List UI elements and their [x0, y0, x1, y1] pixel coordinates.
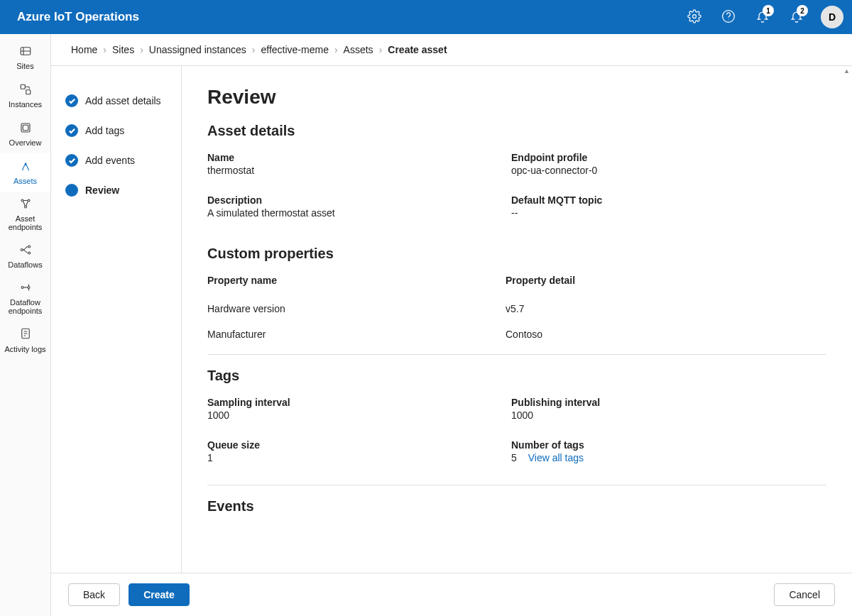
asset-endpoints-icon: [19, 197, 32, 211]
nav-sites[interactable]: Sites: [0, 38, 50, 77]
cell-name: Hardware version: [207, 303, 506, 314]
field-label: Publishing interval: [511, 397, 826, 408]
field-label: Number of tags: [511, 439, 826, 451]
field-label: Sampling interval: [207, 397, 506, 408]
field-value: 1000: [207, 409, 506, 421]
field-value: 1: [207, 452, 506, 463]
avatar[interactable]: D: [821, 6, 843, 28]
cell-detail: v5.7: [506, 303, 826, 314]
alerts-badge: 1: [763, 5, 774, 16]
chevron-right-icon: ›: [379, 44, 383, 55]
section-divider: [207, 485, 826, 485]
create-button[interactable]: Create: [129, 583, 190, 606]
svg-point-14: [28, 252, 30, 254]
settings-button[interactable]: [679, 1, 710, 33]
col-property-detail: Property detail: [506, 275, 826, 286]
svg-rect-7: [23, 125, 28, 131]
svg-point-10: [28, 199, 30, 202]
tags-grid: Sampling interval 1000 Publishing interv…: [207, 397, 826, 478]
nav-label: Instances: [9, 100, 42, 109]
field-name: Name thermostat: [207, 152, 506, 176]
cell-detail: Contoso: [506, 329, 826, 340]
cell-name: Manufacturer: [207, 329, 506, 340]
step-add-tags[interactable]: Add tags: [51, 116, 181, 145]
table-row: Hardware version v5.7: [207, 296, 826, 321]
nav-asset-endpoints[interactable]: Asset endpoints: [0, 192, 50, 237]
crumb-assets[interactable]: Assets: [344, 44, 373, 55]
nav-label: Dataflows: [8, 260, 42, 269]
sites-icon: [19, 45, 32, 59]
svg-point-15: [21, 287, 23, 289]
step-review[interactable]: Review: [51, 175, 181, 205]
field-label: Description: [207, 194, 506, 206]
app-shell: Sites Instances Overview Assets Asset en…: [0, 34, 852, 616]
field-value: thermostat: [207, 165, 506, 176]
nav-dataflows[interactable]: Dataflows: [0, 237, 50, 275]
activity-logs-icon: [19, 327, 32, 341]
svg-rect-5: [26, 90, 30, 94]
svg-point-16: [28, 287, 30, 289]
nav-dataflow-endpoints[interactable]: Dataflow endpoints: [0, 275, 50, 321]
field-value: A simulated thermostat asset: [207, 207, 506, 219]
events-heading: Events: [207, 498, 826, 515]
help-icon: [721, 9, 736, 26]
nav-instances[interactable]: Instances: [0, 77, 50, 115]
chevron-right-icon: ›: [334, 44, 338, 55]
step-add-asset-details[interactable]: Add asset details: [51, 86, 181, 116]
wizard-footer: Back Create Cancel: [51, 573, 852, 616]
header-actions: 1 2 D: [679, 1, 843, 33]
check-icon: [65, 154, 78, 167]
field-label: Default MQTT topic: [511, 194, 826, 206]
nav-overview[interactable]: Overview: [0, 115, 50, 153]
dataflows-icon: [19, 243, 32, 258]
crumb-unassigned[interactable]: Unassigned instances: [149, 44, 246, 55]
crumb-sites[interactable]: Sites: [112, 44, 134, 55]
check-icon: [65, 124, 78, 137]
svg-point-13: [28, 246, 30, 248]
brand-title: Azure IoT Operations: [17, 10, 139, 24]
section-divider: [207, 354, 826, 355]
svg-point-9: [21, 199, 23, 202]
nav-activity-logs[interactable]: Activity logs: [0, 321, 50, 360]
field-publishing-interval: Publishing interval 1000: [511, 397, 826, 421]
field-mqtt-topic: Default MQTT topic --: [511, 194, 826, 219]
crumb-current: Create asset: [388, 44, 447, 55]
top-header: Azure IoT Operations 1 2 D: [0, 0, 852, 34]
custom-properties-table: Property name Property detail Hardware v…: [207, 275, 826, 347]
content-row: Add asset details Add tags Add events Re…: [51, 66, 852, 573]
chevron-right-icon: ›: [103, 44, 106, 55]
field-endpoint-profile: Endpoint profile opc-ua-connector-0: [511, 152, 826, 176]
chevron-right-icon: ›: [140, 44, 143, 55]
nav-label: Asset endpoints: [1, 214, 49, 231]
nav-label: Assets: [13, 177, 37, 185]
back-button[interactable]: Back: [68, 583, 120, 606]
alerts-button[interactable]: 1: [747, 1, 778, 33]
crumb-home[interactable]: Home: [71, 44, 97, 55]
notifications-button[interactable]: 2: [781, 1, 812, 33]
view-all-tags-link[interactable]: View all tags: [528, 452, 584, 463]
field-value: opc-ua-connector-0: [511, 165, 826, 176]
nav-label: Sites: [16, 62, 33, 70]
field-value: --: [511, 207, 826, 219]
field-sampling-interval: Sampling interval 1000: [207, 397, 506, 421]
nav-label: Activity logs: [4, 345, 45, 353]
crumb-instance[interactable]: effective-meme: [261, 44, 328, 55]
main-content[interactable]: ▲ Review Asset details Name thermostat E…: [182, 66, 852, 573]
asset-details-grid: Name thermostat Endpoint profile opc-ua-…: [207, 152, 826, 233]
step-label: Add events: [85, 155, 135, 166]
nav-assets[interactable]: Assets: [0, 153, 50, 192]
svg-rect-4: [21, 84, 25, 89]
svg-point-12: [21, 249, 23, 251]
step-add-events[interactable]: Add events: [51, 145, 181, 175]
field-queue-size: Queue size 1: [207, 439, 506, 463]
assets-icon: [19, 160, 32, 174]
cancel-button[interactable]: Cancel: [774, 583, 835, 606]
breadcrumb: Home › Sites › Unassigned instances › ef…: [51, 34, 852, 66]
notifications-badge: 2: [797, 5, 808, 16]
help-button[interactable]: [713, 1, 744, 33]
page-title: Review: [207, 86, 826, 109]
left-nav: Sites Instances Overview Assets Asset en…: [0, 34, 51, 616]
chevron-right-icon: ›: [252, 44, 256, 55]
svg-point-0: [693, 14, 697, 18]
right-pane: Home › Sites › Unassigned instances › ef…: [51, 34, 852, 616]
